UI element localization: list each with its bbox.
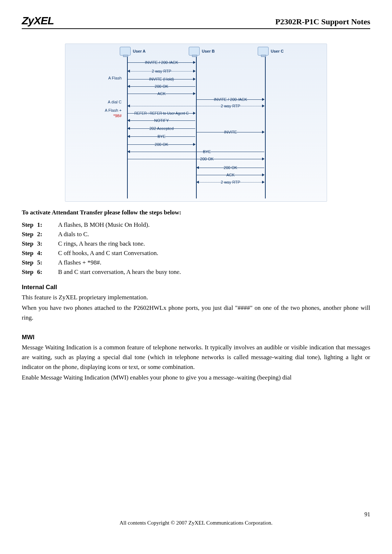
step-prefix: Step — [22, 250, 33, 257]
msg-label: INVITE / 200 /ACK — [213, 97, 248, 102]
user-b-header: User B — [189, 47, 258, 56]
msg-200-ok-2: 200 OK — [128, 141, 195, 148]
copyright: All contents Copyright © 2007 ZyXEL Comm… — [22, 520, 370, 526]
msg-label: 2 way RTP — [220, 180, 241, 184]
step-prefix: Step — [22, 259, 33, 266]
msg-invite-200-ack-bc: INVITE / 200 /ACK — [197, 96, 264, 103]
step-row: Step3: C rings, A hears the ring back to… — [22, 240, 370, 247]
logo: ZyXEL — [22, 15, 54, 27]
step-num: 4: — [37, 250, 42, 257]
step-num: 3: — [37, 240, 42, 247]
msg-200-ok-bc: 200 OK — [197, 164, 264, 171]
internal-call-p1: This feature is ZyXEL proprietary implem… — [22, 292, 370, 302]
msg-2way-rtp-bc: 2 way RTP — [197, 179, 264, 185]
step-text: B and C start conversation, A hears the … — [58, 268, 370, 276]
msg-invite-200-ack-ab: INVITE / 200 /ACK — [128, 59, 195, 66]
section-mwi-title: MWI — [22, 334, 370, 341]
msg-label: BYE — [202, 149, 212, 154]
msg-label: INVITE / 200 /ACK — [144, 60, 179, 65]
step-prefix: Step — [22, 221, 33, 228]
mwi-p1: Message Waiting Indication is a common f… — [22, 342, 370, 372]
msg-200-ok-ac: 200 OK — [128, 156, 264, 162]
activate-heading: To activate Attendant Transfer please fo… — [22, 209, 370, 216]
note-a-dial-c: A dial C — [78, 100, 122, 104]
msg-notify: NOTIFY — [128, 117, 195, 124]
msg-invite-bc: INVITE — [197, 129, 264, 135]
step-text: A flashes + *98#. — [58, 259, 370, 266]
msg-ack-1: ACK — [128, 90, 195, 97]
msg-ack-bc: ACK — [197, 172, 264, 178]
msg-2way-rtp-ac: 2 way RTP — [128, 103, 264, 109]
step-text: A dials to C. — [58, 231, 370, 238]
msg-label: INVITE — [223, 130, 237, 134]
steps-list: Step1: A flashes, B MOH (Music On Hold).… — [22, 221, 370, 276]
msg-label: 200 OK — [223, 165, 238, 170]
user-c-header: User C — [258, 47, 283, 56]
page-number: 91 — [22, 511, 370, 518]
sequence-diagram: User A User B User C A Flash A dial C A … — [65, 44, 327, 202]
step-num: 2: — [37, 231, 42, 238]
note-flash98-line2: *98# — [78, 113, 122, 119]
user-b-label: User B — [202, 49, 215, 53]
step-row: Step1: A flashes, B MOH (Music On Hold). — [22, 221, 370, 229]
mwi-p2: Enable Message Waiting Indication (MWI) … — [22, 373, 370, 382]
msg-label: 2 way RTP — [151, 69, 172, 73]
user-a-label: User A — [133, 49, 146, 53]
doc-title: P2302R-P1C Support Notes — [275, 17, 370, 26]
step-text: C off hooks, A and C start Conversation. — [58, 250, 370, 257]
step-prefix: Step — [22, 268, 33, 275]
msg-202-accepted: 202 Accepted — [128, 125, 195, 132]
note-a-flash-98: A Flash + *98# — [78, 108, 122, 119]
msg-200-ok-1: 200 OK — [128, 83, 195, 90]
msg-label: BYE — [157, 134, 166, 139]
step-text: C rings, A hears the ring back tone. — [58, 240, 370, 247]
monitor-icon — [189, 47, 200, 56]
user-a-header: User A — [120, 47, 189, 56]
page-header: ZyXEL P2302R-P1C Support Notes — [22, 15, 370, 29]
msg-label: REFER : REFER to User Agent C — [134, 111, 189, 115]
lifeline-c — [265, 57, 266, 198]
step-row: Step4: C off hooks, A and C start Conver… — [22, 250, 370, 257]
monitor-icon — [120, 47, 131, 56]
msg-label: 202 Accepted — [149, 126, 175, 131]
step-row: Step6: B and C start conversation, A hea… — [22, 268, 370, 276]
step-row: Step5: A flashes + *98#. — [22, 259, 370, 266]
msg-invite-hold: INVITE (Hold) — [128, 76, 195, 82]
monitor-icon — [258, 47, 269, 56]
msg-bye-ac: BYE — [128, 148, 264, 155]
msg-label: 2 way RTP — [220, 104, 241, 108]
note-flash98-line1: A Flash + — [105, 108, 122, 112]
msg-label: ACK — [157, 91, 167, 96]
msg-label: 200 OK — [154, 84, 169, 89]
step-num: 5: — [37, 259, 42, 266]
step-prefix: Step — [22, 231, 33, 238]
msg-bye-ab: BYE — [128, 133, 195, 140]
step-text: A flashes, B MOH (Music On Hold). — [58, 221, 370, 229]
msg-label: NOTIFY — [154, 118, 170, 123]
msg-refer: REFER : REFER to User Agent C — [128, 110, 195, 116]
msg-label: 200 OK — [154, 142, 169, 147]
step-num: 1: — [37, 221, 42, 228]
step-num: 6: — [37, 268, 42, 275]
msg-label: ACK — [226, 173, 236, 177]
step-prefix: Step — [22, 240, 33, 247]
user-c-label: User C — [271, 49, 283, 53]
page-footer: 91 All contents Copyright © 2007 ZyXEL C… — [22, 511, 370, 526]
msg-label: INVITE (Hold) — [148, 77, 175, 81]
section-internal-call-title: Internal Call — [22, 284, 370, 291]
note-a-flash: A Flash — [78, 76, 122, 80]
msg-label: 200 OK — [199, 157, 214, 161]
step-row: Step2: A dials to C. — [22, 231, 370, 238]
msg-2way-rtp-ab: 2 way RTP — [128, 68, 195, 74]
internal-call-p2: When you have two phones attached to the… — [22, 303, 370, 323]
